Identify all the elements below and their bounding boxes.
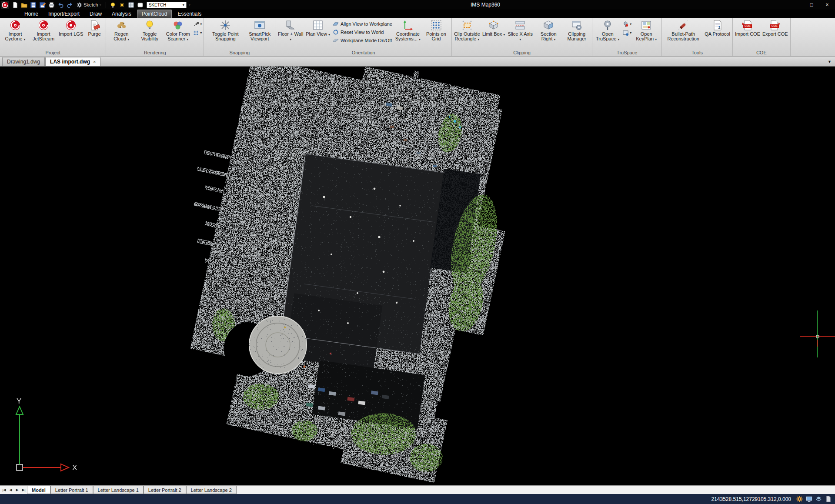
layout-tab-model[interactable]: Model: [27, 486, 50, 494]
app-logo-icon[interactable]: [1, 1, 9, 9]
grid-toggle-button[interactable]: [127, 1, 135, 9]
section-right-button[interactable]: Section Right ▾: [534, 19, 562, 50]
purge-button[interactable]: Purge: [84, 19, 104, 50]
color-from-scanner-button[interactable]: Color From Scanner ▾: [164, 19, 192, 50]
import-jetstream-button[interactable]: Import JetStream: [30, 19, 57, 50]
close-tab-icon[interactable]: ×: [93, 59, 96, 64]
toggle-point-snapping-button[interactable]: Toggle Point Snapping: [205, 19, 245, 50]
doc-tab-menu-icon[interactable]: ▼: [828, 60, 832, 64]
style-combo[interactable]: SKETCH ▾: [147, 2, 187, 8]
open-keyplan-button[interactable]: Open KeyPlan ▾: [632, 19, 660, 50]
clipping-manager-icon: [571, 20, 582, 31]
doc-tab-drawing1[interactable]: Drawing1.dwg: [2, 57, 45, 66]
points-on-grid-button[interactable]: Points on Grid: [422, 19, 450, 50]
layers-icon[interactable]: [815, 496, 822, 502]
layout-tab-letter-landscape-2[interactable]: Letter Landscape 2: [186, 486, 237, 494]
tank: [249, 316, 307, 374]
layout-tab-letter-landscape-1[interactable]: Letter Landscape 1: [93, 486, 144, 494]
clip-outside-rectangle-button[interactable]: Clip Outside Rectangle ▾: [453, 19, 481, 50]
display-icon[interactable]: [806, 496, 812, 502]
point-density-icon: [193, 30, 199, 36]
doc-tab-las-import[interactable]: LAS import.dwg ×: [45, 57, 100, 66]
group-label-truspace: TruSpace: [592, 50, 661, 56]
layout-tab-letter-portrait-1[interactable]: Letter Portrait 1: [50, 486, 93, 494]
clipping-manager-button[interactable]: Clipping Manager: [563, 19, 591, 50]
tab-essentials[interactable]: Essentials: [173, 10, 206, 18]
frame-icon: [137, 2, 144, 8]
layout-nav-last-button[interactable]: ▶|: [20, 486, 27, 494]
limit-box-button[interactable]: Limit Box ▾: [481, 19, 506, 50]
locate-pin-icon: [622, 21, 629, 27]
toggle-visibility-button[interactable]: Toggle Visibility: [136, 19, 164, 50]
open-folder-icon: [21, 2, 27, 8]
lightbulb-toggle-button[interactable]: [109, 1, 117, 9]
save-button[interactable]: [29, 1, 37, 9]
group-label-tools: Tools: [662, 50, 732, 56]
import-lgs-button[interactable]: Import LGS: [58, 19, 84, 50]
tab-pointcloud[interactable]: PointCloud: [137, 10, 172, 18]
import-cyclone-button[interactable]: Import Cyclone ▾: [1, 19, 29, 50]
printer-icon: [48, 2, 55, 8]
chevron-down-icon: ▾: [23, 37, 25, 41]
truspace-sync-button[interactable]: ▾: [622, 29, 632, 37]
keyplan-icon: [641, 20, 652, 31]
frame-toggle-button[interactable]: [136, 1, 144, 9]
regen-cloud-button[interactable]: Regen Cloud ▾: [107, 19, 135, 50]
open-button[interactable]: [20, 1, 28, 9]
close-button[interactable]: ×: [819, 0, 835, 10]
floor-wall-button[interactable]: Floor + Wall ▾: [277, 19, 304, 50]
point-density-button[interactable]: ▾: [192, 29, 202, 37]
maximize-button[interactable]: □: [804, 0, 819, 10]
smartpick-viewport-button[interactable]: SmartPick Viewport: [246, 19, 274, 50]
workspace-switcher[interactable]: Sketch ▾: [77, 2, 101, 8]
coordinate-systems-button[interactable]: Coordinate Systems... ▾: [394, 19, 422, 50]
window-controls: – □ ×: [788, 0, 835, 10]
tab-draw[interactable]: Draw: [85, 10, 106, 18]
plan-view-button[interactable]: Plan View ▾: [305, 19, 331, 50]
bullet-path-button[interactable]: Bullet-Path Reconstruction: [663, 19, 703, 50]
layout-nav-prev-button[interactable]: ◀: [7, 486, 14, 494]
align-workplane-icon: [333, 21, 339, 27]
ucs-y-label: Y: [17, 397, 21, 405]
group-label-coe: COE: [733, 50, 790, 56]
layout-nav-next-button[interactable]: ▶: [14, 486, 20, 494]
settings-gear-icon[interactable]: [796, 496, 803, 502]
reset-view-world-button[interactable]: Reset View to World: [331, 28, 394, 36]
chevron-down-icon: ▾: [200, 31, 202, 35]
chevron-down-icon: ▾: [328, 33, 330, 37]
layout-nav-first-button[interactable]: |◀: [1, 486, 7, 494]
toolbar-overflow-icon[interactable]: ▾: [189, 3, 190, 7]
minimize-button[interactable]: –: [788, 0, 804, 10]
group-label-rendering: Rendering: [106, 50, 204, 56]
slice-x-axis-button[interactable]: Slice X Axis ▾: [506, 19, 534, 50]
chevron-down-icon: ▾: [290, 37, 291, 41]
layout-tab-letter-portrait-2[interactable]: Letter Portrait 2: [144, 486, 186, 494]
workplane-mode-button[interactable]: Workplane Mode On/Off: [331, 37, 394, 44]
tab-home[interactable]: Home: [20, 10, 43, 18]
purge-icon: [89, 20, 100, 31]
brightness-toggle-button[interactable]: [118, 1, 126, 9]
chevron-down-icon: ▾: [503, 33, 505, 37]
open-truspace-button[interactable]: Open TruSpace ▾: [594, 19, 621, 50]
qa-protocol-button[interactable]: QA Protocol: [704, 19, 731, 50]
tab-analysis[interactable]: Analysis: [107, 10, 136, 18]
smartpick-icon: [254, 20, 265, 31]
import-coe-button[interactable]: COE Import COE: [734, 19, 761, 50]
undo-button[interactable]: [57, 1, 65, 9]
save-as-button[interactable]: [38, 1, 47, 9]
ribbon-tab-bar: Home Import/Export Draw Analysis PointCl…: [0, 10, 835, 18]
point-cloud-render: Y X: [0, 67, 835, 485]
truspace-locate-button[interactable]: ▾: [622, 20, 632, 28]
redo-button[interactable]: [66, 1, 74, 9]
plot-button[interactable]: [47, 1, 56, 9]
point-size-button[interactable]: ▾: [192, 20, 202, 28]
new-button[interactable]: [11, 1, 19, 9]
drawing-canvas[interactable]: Y X: [0, 67, 835, 485]
align-view-workplane-button[interactable]: Align View to Workplane: [331, 20, 394, 28]
tab-import-export[interactable]: Import/Export: [44, 10, 84, 18]
titlebar: Sketch ▾ SKETCH ▾ ▾ IMS Map360 – □ ×: [0, 0, 835, 10]
file-status-icon[interactable]: [825, 496, 832, 502]
group-label-snapping: Snapping: [204, 50, 275, 56]
export-coe-button[interactable]: COE Export COE: [762, 19, 789, 50]
chevron-down-icon: ▾: [554, 37, 556, 41]
